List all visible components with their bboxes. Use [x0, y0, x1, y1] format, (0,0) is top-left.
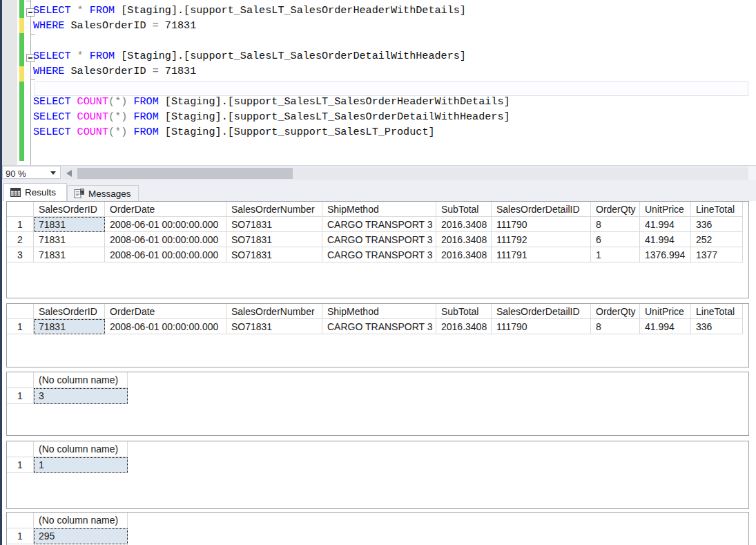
minus-icon	[28, 12, 32, 13]
column-header[interactable]: LineTotal	[691, 202, 743, 217]
tab-results[interactable]: Results	[3, 183, 67, 201]
grid-cell[interactable]: 71831	[34, 232, 105, 247]
minus-icon	[28, 57, 32, 59]
column-header[interactable]: OrderQty	[591, 202, 640, 217]
column-header[interactable]: (No column name)	[34, 441, 128, 457]
grid-cell[interactable]: CARGO TRANSPORT 3	[322, 247, 436, 262]
grid-header-row: SalesOrderIDOrderDateSalesOrderNumberShi…	[7, 202, 748, 217]
result-grid-5: (No column name)1295	[6, 512, 749, 545]
row-number[interactable]: 2	[7, 232, 34, 247]
track-segment-unsaved	[19, 66, 24, 82]
grid-cell[interactable]: 111792	[492, 232, 591, 247]
grid-cell[interactable]: 2008-06-01 00:00:00.000	[105, 247, 226, 262]
column-header[interactable]: ShipMethod	[322, 202, 436, 217]
row-number[interactable]: 3	[7, 247, 34, 262]
grid-cell[interactable]: 2016.3408	[436, 217, 492, 232]
code-line[interactable]: SELECT COUNT(*) FROM [Staging].[support_…	[33, 94, 510, 109]
column-header[interactable]: SubTotal	[436, 202, 492, 217]
grid-header-row: SalesOrderIDOrderDateSalesOrderNumberShi…	[7, 304, 748, 319]
column-header[interactable]: OrderDate	[105, 202, 226, 217]
grid-row: 13	[7, 388, 748, 404]
column-header[interactable]: ShipMethod	[322, 304, 436, 319]
column-header[interactable]: OrderDate	[105, 304, 226, 319]
grid-cell[interactable]: 6	[591, 232, 640, 247]
code-line[interactable]: WHERE SalesOrderID = 71831	[33, 64, 510, 79]
row-number[interactable]: 1	[7, 528, 34, 544]
grid-cell[interactable]: SO71831	[226, 319, 322, 334]
grid-cell[interactable]: CARGO TRANSPORT 3	[322, 232, 436, 247]
result-grid-3: (No column name)13	[6, 372, 749, 436]
code-line[interactable]	[33, 33, 510, 48]
grid-cell[interactable]: CARGO TRANSPORT 3	[322, 319, 436, 334]
grid-cell[interactable]: 41.994	[640, 217, 691, 232]
grid-cell[interactable]: 71831	[34, 319, 105, 334]
grid-cell[interactable]: 1376.994	[640, 247, 691, 262]
code-line[interactable]: WHERE SalesOrderID = 71831	[33, 18, 510, 33]
grid-cell[interactable]: 41.994	[640, 319, 691, 334]
grid-cell[interactable]: 295	[34, 528, 128, 544]
column-header[interactable]: SalesOrderID	[34, 202, 105, 217]
grid-cell[interactable]: 2016.3408	[436, 247, 492, 262]
column-header[interactable]: UnitPrice	[640, 202, 691, 217]
horizontal-scrollbar-thumb[interactable]	[77, 168, 293, 179]
track-segment-unsaved	[19, 18, 24, 33]
row-number[interactable]: 1	[7, 319, 34, 334]
sql-editor[interactable]: SELECT * FROM [Staging].[support_SalesLT…	[2, 0, 756, 166]
code-line[interactable]: SELECT COUNT(*) FROM [Staging].[Support_…	[33, 124, 510, 140]
column-header[interactable]: SalesOrderDetailID	[492, 304, 591, 319]
grid-cell[interactable]: 336	[691, 319, 743, 334]
tab-results-label: Results	[25, 187, 56, 198]
column-header[interactable]: SalesOrderID	[34, 304, 105, 319]
tab-messages[interactable]: Messages	[67, 185, 139, 201]
grid-cell[interactable]: 71831	[34, 217, 105, 232]
code-line[interactable]: SELECT COUNT(*) FROM [Staging].[support_…	[33, 109, 510, 124]
grid-cell[interactable]: 2016.3408	[436, 232, 492, 247]
grid-cell[interactable]: 71831	[34, 247, 105, 262]
code-line[interactable]	[33, 79, 510, 94]
change-tracking-bar	[19, 0, 24, 166]
column-header[interactable]: SalesOrderDetailID	[492, 202, 591, 217]
grid-cell[interactable]: SO71831	[226, 217, 322, 232]
grid-cell[interactable]: 2016.3408	[436, 319, 492, 334]
grid-corner-cell	[7, 441, 34, 457]
column-header[interactable]: LineTotal	[691, 304, 743, 319]
column-header[interactable]: UnitPrice	[640, 304, 691, 319]
grid-cell[interactable]: 8	[591, 319, 640, 334]
column-header[interactable]: (No column name)	[34, 372, 128, 388]
scrollbar-corner	[748, 166, 756, 181]
row-number[interactable]: 1	[7, 217, 34, 232]
grid-cell[interactable]: 3	[34, 388, 128, 404]
scroll-left-arrow-icon[interactable]	[66, 170, 72, 177]
code-line[interactable]: SELECT * FROM [Staging].[support_SalesLT…	[33, 3, 510, 18]
grid-cell[interactable]: 2008-06-01 00:00:00.000	[105, 217, 226, 232]
grid-cell[interactable]: 252	[691, 232, 743, 247]
column-header[interactable]: SalesOrderNumber	[226, 202, 322, 217]
column-header[interactable]: SubTotal	[436, 304, 492, 319]
grid-cell[interactable]: CARGO TRANSPORT 3	[322, 217, 436, 232]
grid-cell[interactable]: 8	[591, 217, 640, 232]
grid-cell[interactable]: SO71831	[226, 232, 322, 247]
grid-corner-cell	[7, 372, 34, 388]
code-lines[interactable]: SELECT * FROM [Staging].[support_SalesLT…	[33, 3, 510, 140]
grid-cell[interactable]: 2008-06-01 00:00:00.000	[105, 319, 226, 334]
grid-header-row: (No column name)	[7, 513, 748, 528]
column-header[interactable]: OrderQty	[591, 304, 640, 319]
code-line[interactable]: SELECT * FROM [Staging].[support_SalesLT…	[33, 48, 510, 64]
grid-cell[interactable]: 111791	[492, 247, 591, 262]
column-header[interactable]: (No column name)	[34, 513, 128, 528]
row-number[interactable]: 1	[7, 457, 34, 473]
grid-cell[interactable]: 41.994	[640, 232, 691, 247]
horizontal-scrollbar[interactable]	[63, 168, 748, 179]
grid-cell[interactable]: 111790	[492, 217, 591, 232]
zoom-dropdown[interactable]: 90 %	[2, 166, 61, 179]
grid-cell[interactable]: SO71831	[226, 247, 322, 262]
grid-cell[interactable]: 1	[34, 457, 128, 473]
grid-cell[interactable]: 1	[591, 247, 640, 262]
column-header[interactable]: SalesOrderNumber	[226, 304, 322, 319]
result-grid-4: (No column name)11	[6, 441, 749, 509]
grid-cell[interactable]: 1377	[691, 247, 743, 262]
grid-cell[interactable]: 111790	[492, 319, 591, 334]
grid-cell[interactable]: 336	[691, 217, 743, 232]
row-number[interactable]: 1	[7, 388, 34, 404]
grid-cell[interactable]: 2008-06-01 00:00:00.000	[105, 232, 226, 247]
